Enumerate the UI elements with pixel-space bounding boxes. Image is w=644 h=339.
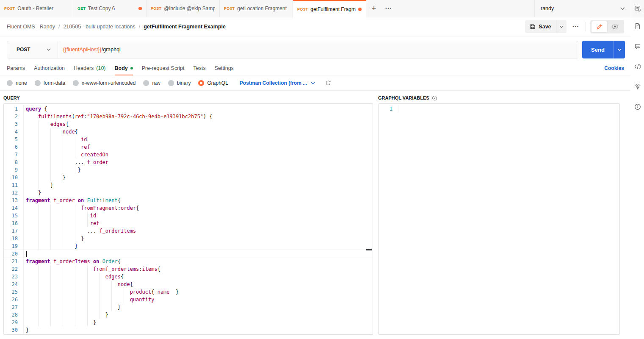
code-line[interactable]: 16 ref [4, 220, 373, 227]
body-type-radio-raw[interactable]: raw [143, 80, 160, 86]
code-line[interactable]: 3 edges{ [4, 120, 373, 128]
send-button[interactable]: Send [582, 41, 614, 58]
comment-mode-button[interactable] [607, 21, 623, 32]
subtab-label: Authorization [34, 65, 65, 71]
subtab-params[interactable]: Params [7, 61, 25, 75]
subtab-headers[interactable]: Headers(10) [74, 61, 105, 75]
save-options-button[interactable] [556, 20, 567, 33]
code-line[interactable]: 6 ref [4, 143, 373, 151]
code-line[interactable]: 13fragment f_order on Fulfilment{ [4, 197, 373, 204]
code-line[interactable]: 4 node{ [4, 128, 373, 136]
code-line[interactable]: 1query { [4, 105, 373, 113]
code-line[interactable]: 21fragment f_orderItems on Order{ [4, 258, 373, 265]
text-cursor [26, 251, 27, 257]
documentation-icon[interactable] [634, 23, 641, 30]
code-line[interactable]: 15 id [4, 212, 373, 220]
request-tab[interactable]: POSTOauth - Retailer [0, 0, 73, 17]
code-line[interactable]: 24 node{ [4, 281, 373, 288]
code-line[interactable]: 2 fulfilments(ref:"170eb98a-792c-46cb-9e… [4, 113, 373, 120]
code-text: id [24, 212, 373, 220]
cookies-link[interactable]: Cookies [604, 65, 624, 71]
code-line[interactable]: 20 [4, 250, 373, 258]
code-line[interactable]: 11 } [4, 181, 373, 189]
subtab-tests[interactable]: Tests [193, 61, 206, 75]
new-tab-button[interactable]: + [366, 0, 381, 17]
code-line[interactable]: 30} [4, 326, 373, 334]
tab-title: Test Copy 6 [88, 6, 136, 11]
breadcrumb-separator: / [58, 24, 60, 30]
request-tab[interactable]: GETTest Copy 6 [73, 0, 146, 17]
subtab-pre-request-script[interactable]: Pre-request Script [142, 61, 185, 75]
code-text: } [24, 319, 373, 326]
variables-label-text: GRAPHQL VARIABLES [378, 95, 429, 101]
more-actions-button[interactable]: ••• [571, 25, 581, 29]
request-tab[interactable]: POSTgetFulfilment Fragme [293, 0, 366, 17]
code-line[interactable]: 27 } [4, 303, 373, 311]
code-text: } [24, 303, 373, 311]
code-line[interactable]: 22 fromf_ordertems:items{ [4, 265, 373, 273]
code-line[interactable]: 10 } [4, 174, 373, 181]
comment-icon[interactable] [634, 43, 641, 50]
body-type-radio-form-data[interactable]: form-data [35, 80, 65, 86]
chevron-down-icon [617, 48, 622, 51]
scrollbar-cursor-annotation [366, 249, 372, 250]
graphql-variables-editor[interactable]: 1 [378, 103, 620, 335]
query-pane: QUERY 1query {2 fulfilments(ref:"170eb98… [3, 95, 373, 335]
url-input[interactable]: {{fluentApiHost}}/graphql [58, 47, 121, 53]
subtab-authorization[interactable]: Authorization [34, 61, 65, 75]
code-line[interactable]: 17 ... f_orderItems [4, 227, 373, 235]
code-line[interactable]: 18 } [4, 235, 373, 242]
tab-method-label: POST [297, 7, 308, 11]
code-line[interactable]: 28 } [4, 311, 373, 319]
request-subtabs: ParamsAuthorizationHeaders(10)BodyPre-re… [0, 61, 631, 75]
line-number: 18 [4, 235, 24, 242]
schema-dropdown[interactable]: Postman Collection (from ... [240, 80, 315, 86]
environment-quick-look-button[interactable] [631, 0, 644, 17]
code-line[interactable]: 12 } [4, 189, 373, 197]
code-text: edges{ [24, 120, 373, 128]
edit-mode-button[interactable] [591, 21, 607, 32]
code-line[interactable]: 1 [379, 105, 619, 113]
body-type-radio-binary[interactable]: binary [168, 80, 191, 86]
code-line[interactable]: 8 ... f_order [4, 158, 373, 166]
refresh-schema-button[interactable] [325, 80, 331, 86]
code-line[interactable]: 19 } [4, 242, 373, 250]
save-button[interactable]: Save [525, 20, 556, 33]
subtab-body[interactable]: Body [115, 61, 133, 75]
send-options-button[interactable] [614, 41, 625, 58]
request-tab[interactable]: POST@include @skip Sample [146, 0, 220, 17]
code-text: quantity [24, 296, 373, 303]
workspace-switcher[interactable]: randy [534, 0, 631, 17]
breadcrumb-item[interactable]: 210505 - bulk update locations [63, 24, 135, 30]
lightbulb-icon[interactable] [634, 83, 641, 90]
tab-options-button[interactable]: ••• [381, 0, 396, 17]
code-line[interactable]: 23 edges{ [4, 273, 373, 281]
radio-icon [198, 80, 204, 86]
line-number: 16 [4, 220, 24, 227]
code-line[interactable]: 26 quantity [4, 296, 373, 303]
body-type-radio-none[interactable]: none [7, 80, 27, 86]
body-type-radio-graphql[interactable]: GraphQL [198, 80, 228, 86]
line-number: 4 [4, 128, 24, 136]
code-text: edges{ [24, 273, 373, 281]
method-select[interactable]: POST [7, 41, 58, 58]
code-line[interactable]: 14 fromFragment:order{ [4, 204, 373, 212]
code-line[interactable]: 7 createdOn [4, 151, 373, 158]
request-url-bar: POST {{fluentApiHost}}/graphql [7, 41, 578, 58]
breadcrumb-item[interactable]: Fluent OMS - Randy [7, 24, 55, 30]
request-tab[interactable]: POSTgetLocation Fragment E [220, 0, 293, 17]
code-text: product{ name } [24, 288, 373, 296]
code-text [398, 105, 619, 113]
tab-title: getLocation Fragment E [237, 6, 288, 11]
body-type-radio-x-www-form-urlencoded[interactable]: x-www-form-urlencoded [73, 80, 135, 86]
code-icon[interactable] [634, 64, 641, 69]
code-line[interactable]: 9 } [4, 166, 373, 174]
workspace-name: randy [541, 6, 620, 11]
info-icon[interactable] [634, 103, 641, 110]
code-line[interactable]: 5 id [4, 136, 373, 143]
code-line[interactable]: 29 } [4, 319, 373, 326]
graphql-query-editor[interactable]: 1query {2 fulfilments(ref:"170eb98a-792c… [3, 103, 373, 335]
code-line[interactable]: 25 product{ name } [4, 288, 373, 296]
subtab-settings[interactable]: Settings [215, 61, 234, 75]
line-number: 9 [4, 166, 24, 174]
